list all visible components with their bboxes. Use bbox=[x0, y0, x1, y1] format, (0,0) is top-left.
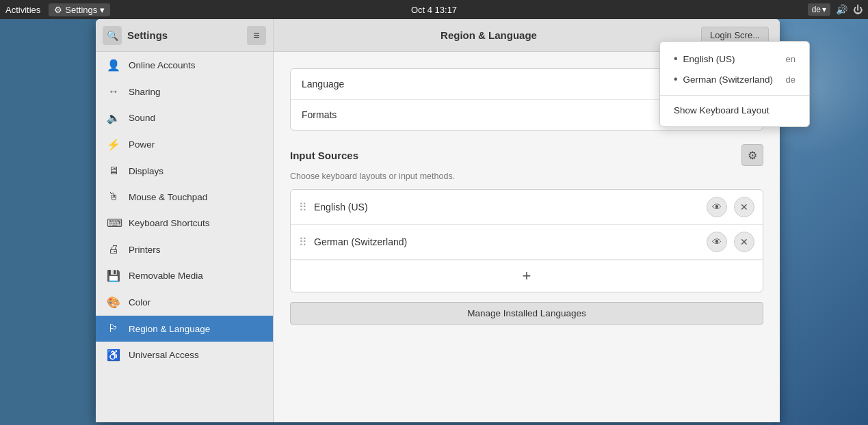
sidebar-item-displays[interactable]: 🖥 Displays bbox=[96, 158, 273, 184]
dropdown-german-label: German (Switzerland) bbox=[683, 74, 773, 85]
input-sources-settings-button[interactable]: ⚙ bbox=[741, 144, 763, 166]
sidebar-label-universal-access: Universal Access bbox=[129, 350, 199, 360]
language-label: Language bbox=[302, 79, 720, 90]
accessibility-icon: ♿ bbox=[107, 348, 120, 361]
preview-german-button[interactable]: 👁 bbox=[707, 232, 727, 252]
sidebar-label-color: Color bbox=[129, 297, 150, 307]
printer-icon: 🖨 bbox=[107, 243, 120, 256]
sidebar-label-sound: Sound bbox=[129, 113, 155, 123]
activities-button[interactable]: Activities bbox=[5, 5, 40, 15]
search-icon: 🔍 bbox=[107, 30, 118, 41]
sidebar-label-printers: Printers bbox=[129, 245, 161, 255]
sidebar-label-mouse: Mouse & Touchpad bbox=[129, 192, 207, 202]
language-indicator-button[interactable]: de ▾ bbox=[808, 3, 830, 16]
formats-label: Formats bbox=[302, 109, 694, 120]
sound-icon: 🔈 bbox=[107, 111, 120, 124]
sidebar-header: 🔍 Settings ≡ bbox=[96, 19, 274, 51]
power-icon-sidebar: ⚡ bbox=[107, 138, 120, 151]
gear-icon-input: ⚙ bbox=[748, 149, 757, 162]
menu-button[interactable]: ≡ bbox=[247, 26, 266, 45]
sharing-icon: ↔ bbox=[107, 85, 120, 98]
settings-menu-button[interactable]: ⚙ Settings ▾ bbox=[49, 3, 110, 16]
topbar-datetime: Oct 4 13:17 bbox=[411, 5, 457, 15]
input-sources-header: Input Sources ⚙ bbox=[290, 144, 763, 166]
input-sources-subtitle: Choose keyboard layouts or input methods… bbox=[290, 172, 763, 181]
remove-english-button[interactable]: ✕ bbox=[734, 197, 754, 217]
sidebar-item-sharing[interactable]: ↔ Sharing bbox=[96, 79, 273, 105]
topbar: Activities ⚙ Settings ▾ Oct 4 13:17 de ▾… bbox=[0, 0, 868, 19]
removable-media-icon: 💾 bbox=[107, 269, 120, 282]
flag-icon: 🏳 bbox=[107, 323, 120, 335]
bullet-english: • bbox=[674, 53, 678, 65]
lang-chevron-icon: ▾ bbox=[822, 5, 826, 14]
chevron-down-icon: ▾ bbox=[100, 5, 105, 15]
language-dropdown: • English (US) en • German (Switzerland)… bbox=[659, 41, 810, 127]
sidebar-item-removable-media[interactable]: 💾 Removable Media bbox=[96, 262, 273, 289]
add-input-source-button[interactable]: + bbox=[523, 269, 531, 284]
sidebar-item-sound[interactable]: 🔈 Sound bbox=[96, 105, 273, 131]
dropdown-divider bbox=[660, 95, 809, 96]
input-source-english-label: English (US) bbox=[314, 202, 700, 212]
input-source-row-english: ⠿ English (US) 👁 ✕ bbox=[291, 190, 763, 225]
remove-icon-english: ✕ bbox=[740, 202, 748, 212]
manage-languages-button[interactable]: Manage Installed Languages bbox=[290, 302, 763, 325]
drag-handle-german[interactable]: ⠿ bbox=[299, 236, 307, 249]
volume-icon[interactable]: 🔊 bbox=[836, 4, 847, 15]
search-button[interactable]: 🔍 bbox=[103, 26, 122, 45]
user-icon: 👤 bbox=[107, 59, 120, 72]
sidebar-label-displays: Displays bbox=[129, 166, 163, 176]
bullet-german: • bbox=[674, 73, 678, 85]
remove-german-button[interactable]: ✕ bbox=[734, 232, 754, 252]
input-source-german-label: German (Switzerland) bbox=[314, 236, 700, 247]
input-sources-title: Input Sources bbox=[290, 150, 741, 161]
sidebar-item-color[interactable]: 🎨 Color bbox=[96, 289, 273, 316]
remove-icon-german: ✕ bbox=[740, 236, 748, 247]
dropdown-english-item[interactable]: • English (US) en bbox=[660, 49, 809, 69]
keyboard-icon: ⌨ bbox=[107, 217, 120, 230]
sidebar-item-printers[interactable]: 🖨 Printers bbox=[96, 236, 273, 262]
sidebar-label-online-accounts: Online Accounts bbox=[129, 60, 196, 70]
mouse-icon: 🖱 bbox=[107, 191, 120, 203]
page-title: Region & Language bbox=[285, 29, 693, 41]
settings-window-title: Settings bbox=[127, 29, 241, 41]
drag-handle-english[interactable]: ⠿ bbox=[299, 201, 307, 214]
input-source-list: ⠿ English (US) 👁 ✕ ⠿ German (Switzerland… bbox=[290, 189, 763, 292]
dropdown-german-item[interactable]: • German (Switzerland) de bbox=[660, 69, 809, 90]
dropdown-english-code: en bbox=[786, 54, 795, 64]
input-source-row-german: ⠿ German (Switzerland) 👁 ✕ bbox=[291, 225, 763, 260]
dropdown-german-code: de bbox=[786, 74, 795, 85]
power-icon[interactable]: ⏻ bbox=[853, 4, 863, 15]
settings-menu-label: Settings bbox=[65, 5, 97, 15]
dropdown-english-label: English (US) bbox=[683, 54, 735, 64]
sidebar-label-sharing: Sharing bbox=[129, 87, 161, 97]
sidebar-label-keyboard: Keyboard Shortcuts bbox=[129, 218, 210, 228]
sidebar-label-region: Region & Language bbox=[129, 324, 210, 334]
sidebar-item-mouse-touchpad[interactable]: 🖱 Mouse & Touchpad bbox=[96, 184, 273, 210]
gear-icon: ⚙ bbox=[54, 5, 62, 15]
sidebar-item-online-accounts[interactable]: 👤 Online Accounts bbox=[96, 52, 273, 79]
topbar-left: Activities ⚙ Settings ▾ bbox=[5, 3, 110, 16]
color-icon: 🎨 bbox=[107, 296, 120, 309]
sidebar-label-removable-media: Removable Media bbox=[129, 271, 203, 281]
topbar-right: de ▾ 🔊 ⏻ bbox=[808, 3, 863, 16]
preview-english-button[interactable]: 👁 bbox=[707, 197, 727, 217]
sidebar-label-power: Power bbox=[129, 139, 155, 150]
language-code-label: de bbox=[812, 5, 821, 14]
sidebar: 👤 Online Accounts ↔ Sharing 🔈 Sound ⚡ Po… bbox=[96, 52, 274, 422]
hamburger-icon: ≡ bbox=[253, 29, 259, 42]
sidebar-item-power[interactable]: ⚡ Power bbox=[96, 131, 273, 158]
show-keyboard-layout-item[interactable]: Show Keyboard Layout bbox=[660, 101, 809, 120]
sidebar-item-keyboard-shortcuts[interactable]: ⌨ Keyboard Shortcuts bbox=[96, 210, 273, 236]
add-source-row: + bbox=[291, 260, 763, 292]
eye-icon-german: 👁 bbox=[712, 236, 722, 247]
sidebar-item-universal-access[interactable]: ♿ Universal Access bbox=[96, 342, 273, 368]
sidebar-item-region-language[interactable]: 🏳 Region & Language bbox=[96, 316, 273, 342]
display-icon: 🖥 bbox=[107, 165, 120, 177]
eye-icon-english: 👁 bbox=[712, 202, 722, 212]
